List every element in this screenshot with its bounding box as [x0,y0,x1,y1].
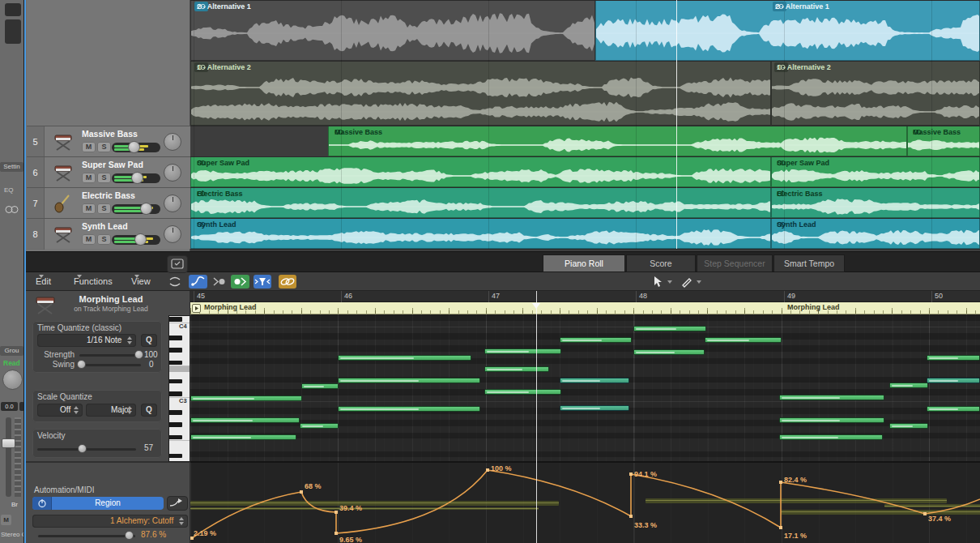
solo-button[interactable]: S [97,234,111,245]
midi-note[interactable] [338,406,480,412]
channel-settings-button[interactable]: Settin [0,162,23,172]
midi-note[interactable] [560,378,629,383]
piano-keyboard[interactable]: C4C3 [168,315,190,462]
solo-button[interactable]: S [97,173,111,183]
pan-knob[interactable] [164,195,181,212]
midi-note[interactable] [560,337,632,343]
volume-knob[interactable] [140,203,152,215]
pressed-key[interactable] [169,366,190,372]
midi-note[interactable] [927,355,980,361]
mute-button[interactable]: M [82,203,96,214]
strength-slider[interactable] [79,354,141,357]
black-key[interactable] [169,410,182,415]
track-header[interactable]: 5Massive BassMS [27,126,190,156]
midi-note[interactable] [190,395,302,401]
track-header[interactable]: 8Synth LeadMS [27,218,190,249]
midi-note[interactable] [484,366,549,372]
black-key[interactable] [169,454,182,459]
pan-knob[interactable] [164,133,181,151]
edit-menu[interactable]: Edit [32,275,39,289]
automation-point[interactable] [629,515,633,518]
tab-piano-roll[interactable]: Piano Roll [543,254,625,272]
audio-region[interactable]: Electric Bass [190,187,771,218]
local-inspector-toggle-button[interactable] [167,255,188,273]
midi-note[interactable] [633,326,706,331]
automation-value-knob[interactable] [125,531,134,540]
audio-region[interactable]: Super Saw Pad [771,156,980,187]
automation-point[interactable] [779,481,782,484]
automation-power-button[interactable] [32,497,52,510]
scale-root-select[interactable]: Off [37,404,83,417]
midi-in-button[interactable] [211,275,227,289]
group-slot[interactable]: Grou [0,346,23,356]
solo-button[interactable]: S [97,203,111,214]
black-key[interactable] [169,422,182,427]
volume-slider[interactable] [112,204,160,214]
track-header[interactable]: 6Super Saw PadMS [27,156,190,187]
region-play-button[interactable] [192,304,201,313]
automation-point[interactable] [334,532,338,535]
inspector-icon[interactable] [5,19,21,44]
library-icon[interactable] [5,3,21,16]
midi-note[interactable] [889,383,928,388]
midi-note[interactable] [484,389,561,395]
eq-slot[interactable]: EQ [4,186,14,194]
automation-point[interactable] [334,511,338,514]
swing-slider[interactable] [79,364,141,366]
midi-note[interactable] [300,423,339,429]
automation-point[interactable] [486,468,489,472]
swing-slider-knob[interactable] [77,360,86,369]
automation-point[interactable] [923,512,927,515]
velocity-slider[interactable] [37,448,136,451]
midi-note[interactable] [484,348,561,354]
automation-read-label[interactable]: Read [3,359,20,367]
midi-note[interactable] [705,337,782,343]
tab-step-sequencer[interactable]: Step Sequencer [697,254,773,272]
mute-button[interactable]: M [1,515,11,525]
midi-note[interactable] [927,378,980,383]
midi-note[interactable] [889,423,928,429]
black-key[interactable] [169,317,182,322]
note-grid[interactable] [190,314,980,461]
audio-region[interactable]: Synth Lead [190,218,771,249]
black-key[interactable] [169,435,182,440]
audio-region[interactable]: Super Saw Pad [190,156,771,187]
audio-region[interactable]: Synth Lead [771,218,980,249]
scale-mode-select[interactable]: Major [86,404,136,417]
midi-note[interactable] [338,355,471,361]
automation-param-select[interactable]: 1 Alchemy: Cutoff [32,515,188,528]
solo-button[interactable]: S [97,142,111,152]
automation-mode-bar[interactable]: Region [32,497,164,510]
automation-lane[interactable]: 2.19 %68 %39.4 %9.65 %100 %94.1 %33.3 %8… [190,461,980,543]
strength-slider-knob[interactable] [134,350,143,359]
midi-note[interactable] [779,417,884,423]
mute-button[interactable]: M [82,234,96,245]
pan-knob[interactable] [2,370,23,390]
midi-note[interactable] [927,406,980,412]
automation-curve-button[interactable] [189,275,207,289]
audio-region[interactable]: Massive Bass [907,126,980,156]
black-key[interactable] [169,379,182,384]
midi-note[interactable] [301,383,339,389]
pan-knob[interactable] [164,225,181,243]
track-header[interactable]: 7Electric BassMS [27,187,190,218]
black-key[interactable] [169,391,182,396]
playhead[interactable] [536,291,537,543]
velocity-slider-knob[interactable] [78,444,87,453]
bar-ruler[interactable]: 454647484950 [190,291,980,302]
pointer-tool-button[interactable] [650,275,675,289]
audio-region[interactable]: 1 - Alternative 2 [190,61,771,126]
volume-knob[interactable] [128,141,140,153]
view-menu[interactable]: View [128,275,134,289]
automation-point[interactable] [779,526,782,529]
quantize-apply-button[interactable]: Q [141,334,157,347]
midi-note[interactable] [338,378,480,383]
black-key[interactable] [169,336,182,340]
audio-region[interactable]: Massive Bass [328,126,907,156]
link-button[interactable] [279,275,296,289]
black-key[interactable] [169,348,182,353]
midi-note[interactable] [779,434,883,440]
midi-note[interactable] [190,417,300,423]
pencil-tool-button[interactable] [679,275,705,289]
note-filter-button[interactable] [254,275,271,289]
